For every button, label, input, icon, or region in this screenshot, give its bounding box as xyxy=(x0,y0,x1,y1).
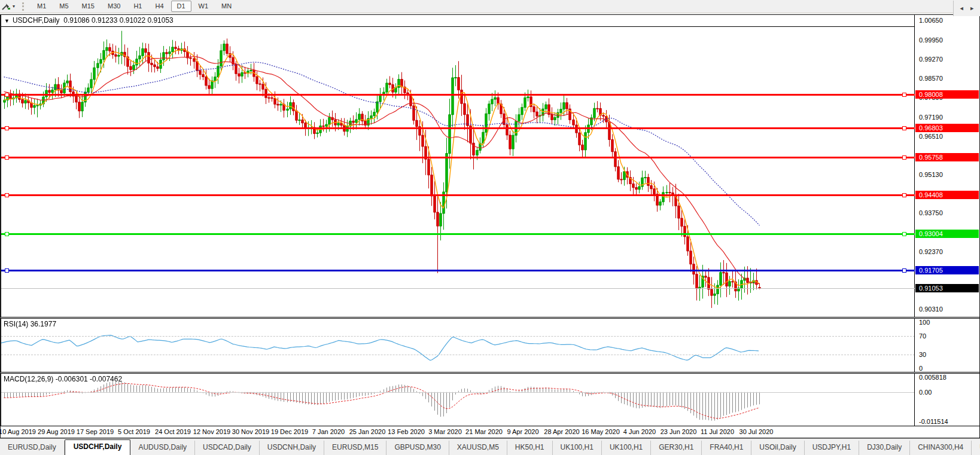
tab-xauusd-m5[interactable]: XAUUSD,M5 xyxy=(449,441,507,455)
rsi-axis-label: 0 xyxy=(919,365,923,372)
current-price-badge: 0.91053 xyxy=(915,284,979,292)
tab-scroll-right-icon[interactable]: ► xyxy=(969,5,975,11)
timeframe-button-m5[interactable]: M5 xyxy=(53,1,74,12)
price-tick: 0.99270 xyxy=(919,56,943,63)
timeframe-button-mn[interactable]: MN xyxy=(215,1,238,12)
macd-indicator-label: MACD(12,26,9) -0.006301 -0.007462 xyxy=(4,375,122,383)
line-anchor-marker xyxy=(5,126,9,130)
timeframe-toolbar: ▾ M1M5M15M30H1H4D1W1MN xyxy=(0,0,980,13)
timeframe-button-w1[interactable]: W1 xyxy=(193,1,215,12)
rsi-axis-label: 70 xyxy=(919,332,926,340)
line-anchor-marker xyxy=(902,126,906,130)
tab-scroll-controls: ◄ ► xyxy=(953,1,980,16)
current-price-line xyxy=(1,288,915,289)
candlestick-canvas[interactable] xyxy=(1,15,915,317)
rsi-level-line xyxy=(1,355,915,356)
timeframe-button-m15[interactable]: M15 xyxy=(76,1,101,12)
line-anchor-marker xyxy=(5,232,9,236)
macd-axis: 0.0058180.00-0.011514 xyxy=(914,374,979,426)
tab-usoil-h1[interactable]: USOil,H1 xyxy=(972,441,980,455)
tab-scroll-left-icon[interactable]: ◄ xyxy=(959,5,964,11)
rsi-axis-label: 30 xyxy=(919,351,926,358)
horizontal-level-line[interactable] xyxy=(1,194,915,196)
tab-gbpusd-m30[interactable]: GBPUSD,M30 xyxy=(386,441,449,455)
price-tick: 0.98570 xyxy=(919,75,943,82)
rsi-plot[interactable]: RSI(14) 36.1977 xyxy=(1,319,915,372)
tab-ger30-h1[interactable]: GER30,H1 xyxy=(651,441,702,455)
rsi-pane: RSI(14) 36.1977 10070300 xyxy=(1,319,979,372)
tab-usdchf-daily[interactable]: USDCHF,Daily xyxy=(65,439,131,455)
line-anchor-marker xyxy=(5,268,9,273)
tab-eurusd-m15[interactable]: EURUSD,M15 xyxy=(324,441,386,455)
date-tick: 30 Jul 2020 xyxy=(729,428,783,435)
line-anchor-marker xyxy=(902,155,906,160)
chart-tool-icon xyxy=(1,2,11,11)
price-tick: 0.99950 xyxy=(919,36,943,44)
timeframe-buttons: M1M5M15M30H1H4D1W1MN xyxy=(31,1,238,12)
horizontal-level-line[interactable] xyxy=(1,127,915,129)
tab-usoil-daily[interactable]: USOil,Daily xyxy=(751,441,804,455)
rsi-indicator-label: RSI(14) 36.1977 xyxy=(4,320,56,328)
tab-fra40-h1[interactable]: FRA40,H1 xyxy=(702,441,751,455)
main-price-pane: ▼USDCHF,Daily 0.91086 0.91233 0.91022 0.… xyxy=(1,15,979,317)
macd-plot[interactable]: MACD(12,26,9) -0.006301 -0.007462 xyxy=(1,374,915,426)
tab-usdcad-daily[interactable]: USDCAD,Daily xyxy=(195,441,260,455)
price-tick: 0.95130 xyxy=(919,171,943,178)
timeframe-button-d1[interactable]: D1 xyxy=(171,1,191,12)
rsi-axis-label: 100 xyxy=(919,319,930,326)
chart-window: ▼USDCHF,Daily 0.91086 0.91233 0.91022 0.… xyxy=(0,14,980,438)
chart-tool-button[interactable]: ▾ xyxy=(0,0,17,13)
line-anchor-marker xyxy=(5,193,9,197)
tab-hk50-h1[interactable]: HK50,H1 xyxy=(507,441,553,455)
line-anchor-marker xyxy=(902,232,906,236)
mt4-workspace: ▾ M1M5M15M30H1H4D1W1MN ▼USDCHF,Daily 0.9… xyxy=(0,0,980,455)
timeframe-button-h4[interactable]: H4 xyxy=(149,1,169,12)
timeframe-button-h1[interactable]: H1 xyxy=(127,1,148,12)
rsi-canvas[interactable] xyxy=(1,319,915,372)
price-tick: 0.93750 xyxy=(919,209,943,216)
level-price-badge: 0.91705 xyxy=(915,266,979,274)
rsi-axis: 10070300 xyxy=(914,319,979,372)
chart-tab-bar: EURUSD,DailyUSDCHF,DailyAUDUSD,DailyUSDC… xyxy=(0,438,980,455)
price-tick: 0.90310 xyxy=(919,306,943,313)
tab-dj30-daily[interactable]: DJ30,Daily xyxy=(859,441,910,455)
macd-axis-label: 0.00 xyxy=(919,389,932,396)
timeframe-button-m30[interactable]: M30 xyxy=(102,1,126,12)
level-price-badge: 0.95758 xyxy=(915,153,979,161)
tab-china300-h4[interactable]: CHINA300,H4 xyxy=(910,441,972,455)
price-tick: 0.92370 xyxy=(919,248,943,255)
timeframe-button-m1[interactable]: M1 xyxy=(31,1,52,12)
chart-title: ▼USDCHF,Daily 0.91086 0.91233 0.91022 0.… xyxy=(4,16,174,25)
horizontal-level-line[interactable] xyxy=(1,233,915,235)
tab-uk100-h1[interactable]: UK100,H1 xyxy=(602,441,651,455)
macd-pane: MACD(12,26,9) -0.006301 -0.007462 0.0058… xyxy=(1,374,979,426)
level-price-badge: 0.94408 xyxy=(915,191,979,199)
horizontal-level-line[interactable] xyxy=(1,94,915,96)
tab-eurusd-daily[interactable]: EURUSD,Daily xyxy=(0,441,65,455)
tab-usdcnh-daily[interactable]: USDCNH,Daily xyxy=(260,441,324,455)
level-price-badge: 0.96803 xyxy=(915,124,979,132)
rsi-level-line xyxy=(1,336,915,337)
tab-audusd-daily[interactable]: AUDUSD,Daily xyxy=(130,441,195,455)
tab-usdjpy-h1[interactable]: USDJPY,H1 xyxy=(805,441,859,455)
chart-symbol-label: USDCHF,Daily xyxy=(13,16,60,25)
price-tick: 0.97190 xyxy=(919,114,943,121)
macd-axis-label: -0.011514 xyxy=(919,418,948,425)
chevron-down-icon: ▾ xyxy=(13,4,15,9)
price-axis[interactable]: 1.006500.999500.992700.985700.978900.971… xyxy=(914,15,979,317)
line-anchor-marker xyxy=(5,93,9,97)
time-axis[interactable]: 10 Aug 201929 Aug 201917 Sep 20195 Oct 2… xyxy=(1,426,979,438)
line-anchor-marker xyxy=(5,155,9,160)
tab-uk100-h1[interactable]: UK100,H1 xyxy=(553,441,602,455)
horizontal-level-line[interactable] xyxy=(1,270,915,271)
horizontal-level-line[interactable] xyxy=(1,157,915,158)
line-anchor-marker xyxy=(902,268,906,273)
macd-canvas[interactable] xyxy=(1,374,915,426)
toolbar-grip-handle[interactable] xyxy=(22,2,27,11)
title-separator-line xyxy=(1,26,915,27)
symbol-dropdown-icon[interactable]: ▼ xyxy=(4,18,10,24)
level-price-badge: 0.98008 xyxy=(915,90,979,99)
chart-ohlc-values: 0.91086 0.91233 0.91022 0.91053 xyxy=(63,16,174,25)
macd-zero-line xyxy=(1,392,915,393)
main-chart-plot[interactable]: ▼USDCHF,Daily 0.91086 0.91233 0.91022 0.… xyxy=(1,15,915,317)
